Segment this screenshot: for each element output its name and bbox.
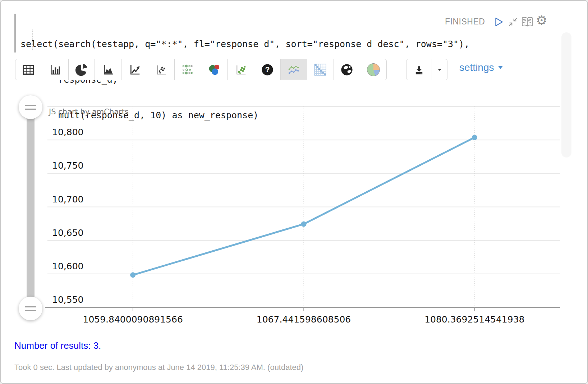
- x-axis-label: 1059.8400090891566: [83, 314, 183, 325]
- book-icon[interactable]: [521, 16, 533, 28]
- settings-label: settings: [459, 62, 494, 73]
- download-group: [406, 59, 447, 80]
- status-badge: FINISHED: [441, 16, 488, 28]
- multi-line-chart-icon[interactable]: [280, 59, 307, 80]
- zeppelin-paragraph: select(search(testapp, q="*:*", fl="resp…: [0, 0, 588, 384]
- y-axis-label: 10,550: [52, 294, 83, 305]
- resize-handle-bottom[interactable]: [19, 297, 42, 320]
- results-summary: Number of results: 3.: [14, 340, 101, 351]
- x-axis-label: 1080.3692514541938: [424, 314, 524, 325]
- settings-link[interactable]: settings: [459, 62, 504, 73]
- chevron-down-icon: [437, 67, 442, 73]
- resize-handle-top[interactable]: [19, 95, 42, 119]
- globe-icon[interactable]: [334, 59, 360, 80]
- series-line: [133, 137, 475, 275]
- download-icon: [414, 65, 424, 74]
- code-line[interactable]: select(search(testapp, q="*:*", fl="resp…: [20, 38, 469, 50]
- bubble-grid-icon[interactable]: [174, 59, 201, 80]
- heatmap-icon[interactable]: [307, 59, 334, 80]
- venn-diagram-icon[interactable]: [201, 59, 228, 80]
- y-axis-label: 10,600: [52, 261, 83, 271]
- scatter-green-icon[interactable]: [227, 59, 254, 80]
- visualization-toolbar: ?: [15, 59, 387, 80]
- scrollbar[interactable]: [561, 32, 571, 157]
- y-axis-label: 10,650: [52, 228, 83, 238]
- paragraph-info: Took 0 sec. Last updated by anonymous at…: [14, 363, 303, 372]
- y-axis-label: 10,700: [52, 194, 83, 205]
- resize-track: [27, 107, 35, 308]
- y-axis-label: 10,800: [52, 127, 83, 137]
- area-chart-icon[interactable]: [95, 59, 121, 80]
- table-icon[interactable]: [15, 59, 42, 80]
- pie-chart-icon[interactable]: [68, 59, 95, 80]
- y-axis-label: 10,750: [52, 160, 83, 171]
- gear-icon[interactable]: ⚙: [536, 14, 548, 27]
- amcharts-watermark: JS chart by amCharts: [49, 108, 129, 116]
- chevron-down-icon: [497, 65, 504, 70]
- x-axis-label: 1067.441598608506: [257, 314, 351, 325]
- amchart-plot[interactable]: 10,55010,60010,65010,70010,75010,8001059…: [1, 83, 588, 332]
- svg-text:?: ?: [265, 65, 270, 74]
- pie-pastel-icon[interactable]: [360, 59, 387, 80]
- help-icon[interactable]: ?: [254, 59, 281, 80]
- line-chart-icon[interactable]: [121, 59, 148, 80]
- download-dropdown-button[interactable]: [432, 59, 447, 80]
- bar-chart-icon[interactable]: [42, 59, 69, 80]
- data-point[interactable]: [301, 221, 307, 227]
- scatter-plot-icon[interactable]: [148, 59, 175, 80]
- collapse-icon[interactable]: [507, 16, 519, 28]
- download-button[interactable]: [406, 59, 432, 80]
- editor-gutter: [14, 14, 16, 52]
- data-point[interactable]: [472, 135, 477, 140]
- play-icon[interactable]: [492, 16, 505, 28]
- data-point[interactable]: [130, 272, 135, 278]
